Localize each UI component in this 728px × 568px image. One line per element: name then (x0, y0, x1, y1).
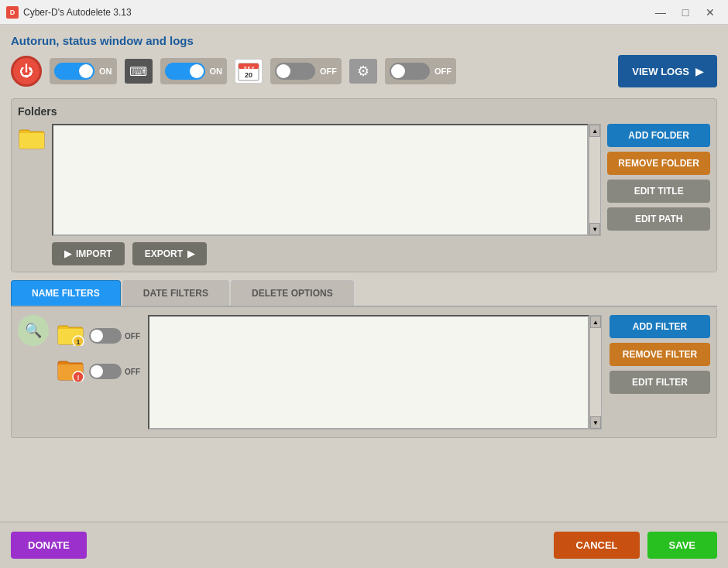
filter-toggle-label-2: OFF (125, 368, 140, 376)
toggle-thumb-1 (79, 64, 93, 78)
folders-header: Folders (18, 105, 710, 118)
filter-toggle-1[interactable] (89, 328, 122, 344)
scroll-track (589, 137, 600, 223)
remove-filter-button[interactable]: REMOVE FILTER (610, 343, 710, 366)
filter-scroll-up[interactable]: ▲ (590, 316, 601, 328)
title-bar-left: D Cyber-D's Autodelete 3.13 (6, 6, 132, 19)
filter-scroll-track (590, 328, 601, 416)
filter-item-2: ! OFF (57, 358, 140, 385)
edit-title-button[interactable]: EDIT TITLE (607, 180, 710, 203)
toggle-label-4: OFF (434, 67, 452, 76)
import-export-row: ▶ IMPORT EXPORT ▶ (52, 242, 601, 265)
toggle-group-2: ON (160, 58, 228, 84)
filter-item-1: 1 OFF (57, 323, 140, 349)
search-icon: 🔍 (18, 315, 49, 346)
svg-text:1: 1 (76, 338, 80, 346)
folders-section: Folders ▲ ▼ (11, 98, 717, 272)
folder-icon (18, 127, 46, 150)
app-title: Cyber-D's Autodelete 3.13 (23, 7, 132, 18)
app-icon: D (6, 6, 19, 19)
title-bar: D Cyber-D's Autodelete 3.13 — □ ✕ (0, 0, 728, 25)
folders-listbox[interactable] (52, 124, 589, 236)
cancel-button[interactable]: CANCEL (554, 532, 639, 559)
folder-icon-area (18, 124, 46, 150)
power-button[interactable]: ⏻ (11, 56, 42, 87)
filter-toggle-2[interactable] (89, 364, 122, 379)
import-arrow-icon: ▶ (64, 248, 71, 259)
calendar-icon: JULY 20 (235, 59, 263, 84)
view-logs-label: VIEW LOGS (632, 66, 689, 77)
svg-text:20: 20 (245, 71, 252, 79)
tab-name-filters[interactable]: NAME FILTERS (11, 280, 121, 306)
filter-scroll-down[interactable]: ▼ (590, 416, 601, 429)
filters-section: 🔍 1 (11, 307, 717, 438)
remove-folder-button[interactable]: REMOVE FOLDER (607, 152, 710, 175)
toggle-group-4: OFF (385, 58, 456, 84)
toggle-group-3: OFF (270, 58, 342, 84)
import-button[interactable]: ▶ IMPORT (52, 242, 125, 265)
toggle-label-2: ON (210, 67, 223, 76)
filters-body: 🔍 1 (18, 315, 710, 429)
filter-list-area: ▲ ▼ (148, 315, 602, 429)
filter-toggle-thumb-1 (91, 330, 103, 342)
filter-listbox[interactable] (148, 315, 589, 429)
folder-filter-svg-2: ! (57, 358, 84, 382)
filter-toggle-group-1: OFF (89, 328, 140, 344)
bottom-bar: DONATE CANCEL SAVE (0, 522, 728, 568)
toggle-group-1: ON (50, 58, 117, 84)
toggle-thumb-3 (276, 64, 290, 78)
folder-filter-svg-1: 1 (57, 323, 84, 346)
filter-toggle-group-2: OFF (89, 364, 140, 379)
add-filter-button[interactable]: ADD FILTER (610, 315, 710, 338)
toggle-thumb-2 (190, 64, 204, 78)
window-controls: — □ ✕ (649, 4, 722, 21)
minimize-button[interactable]: — (649, 4, 672, 21)
terminal-icon: ⌨ (125, 59, 153, 84)
arrow-right-icon: ▶ (695, 66, 703, 77)
toggle-label-3: OFF (320, 67, 337, 76)
svg-text:!: ! (77, 374, 80, 382)
maximize-button[interactable]: □ (674, 4, 697, 21)
filter-icons-col: 1 OFF (57, 315, 140, 385)
filter-toggle-thumb-2 (91, 365, 103, 378)
filter-folder-icon-1: 1 (57, 323, 84, 349)
toggle-label-1: ON (99, 67, 112, 76)
view-logs-button[interactable]: VIEW LOGS ▶ (618, 55, 717, 87)
toggle-thumb-4 (391, 64, 405, 78)
close-button[interactable]: ✕ (699, 4, 722, 21)
folders-body: ▲ ▼ ▶ IMPORT EXPORT ▶ (18, 124, 710, 265)
section-title: Autorun, status window and logs (11, 34, 717, 47)
filter-folder-icon-2: ! (57, 358, 84, 385)
bottom-right-buttons: CANCEL SAVE (554, 532, 717, 559)
export-button[interactable]: EXPORT ▶ (132, 242, 207, 265)
export-arrow-icon: ▶ (187, 248, 194, 259)
main-content: Autorun, status window and logs ⏻ ON ⌨ O… (0, 25, 728, 568)
export-label: EXPORT (145, 248, 183, 259)
add-folder-button[interactable]: ADD FOLDER (607, 124, 710, 147)
folders-list-area: ▲ ▼ ▶ IMPORT EXPORT ▶ (52, 124, 601, 265)
folders-right-buttons: ADD FOLDER REMOVE FOLDER EDIT TITLE EDIT… (607, 124, 710, 231)
tabs-row: NAME FILTERS DATE FILTERS DELETE OPTIONS (11, 280, 717, 307)
gear-icon: ⚙ (349, 59, 377, 84)
toggle-2[interactable] (165, 63, 205, 80)
import-label: IMPORT (76, 248, 112, 259)
toggle-3[interactable] (275, 63, 315, 80)
folders-scrollbar[interactable]: ▲ ▼ (589, 124, 601, 236)
autorun-row: ⏻ ON ⌨ ON JULY 20 (11, 55, 717, 87)
filter-toggle-label-1: OFF (125, 332, 140, 340)
toggle-4[interactable] (390, 63, 430, 80)
filter-scrollbar[interactable]: ▲ ▼ (589, 315, 602, 429)
tab-delete-options[interactable]: DELETE OPTIONS (231, 280, 354, 306)
tab-date-filters[interactable]: DATE FILTERS (122, 280, 229, 306)
donate-button[interactable]: DONATE (11, 532, 87, 559)
scroll-up-arrow[interactable]: ▲ (589, 125, 600, 137)
edit-filter-button[interactable]: EDIT FILTER (610, 371, 710, 394)
save-button[interactable]: SAVE (647, 532, 717, 559)
svg-text:JULY: JULY (243, 66, 255, 70)
scroll-down-arrow[interactable]: ▼ (589, 223, 600, 235)
edit-path-button[interactable]: EDIT PATH (607, 207, 710, 231)
toggle-1[interactable] (54, 63, 94, 80)
filter-right-buttons: ADD FILTER REMOVE FILTER EDIT FILTER (610, 315, 710, 394)
